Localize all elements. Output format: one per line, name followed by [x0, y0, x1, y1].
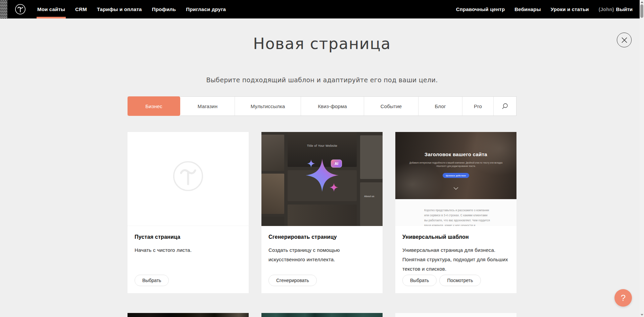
- template-category-tabs: Бизнес Магазин Мультиссылка Квиз-форма С…: [128, 96, 516, 116]
- choose-button[interactable]: Выбрать: [135, 275, 169, 286]
- collage-tile: [261, 217, 284, 226]
- nav-item-profile[interactable]: Профиль: [152, 0, 176, 18]
- logout-link[interactable]: Выйти: [616, 6, 633, 12]
- zigzag-pattern-decoration: [0, 0, 7, 18]
- preview-hero-title: Заголовок вашего сайта: [395, 151, 516, 157]
- scrollbar-down-arrow[interactable]: [641, 314, 643, 316]
- collage-tile: [360, 135, 383, 179]
- ai-sparkle-small-icon: [307, 160, 315, 168]
- nav-item-my-sites[interactable]: Мои сайты: [37, 0, 65, 18]
- nav-item-label: Вебинары: [514, 6, 541, 12]
- tab-search[interactable]: [494, 97, 516, 116]
- nav-item-lessons[interactable]: Уроки и статьи: [551, 0, 589, 18]
- card-body: Пустая страница Начать с чистого листа.: [128, 226, 249, 255]
- nav-item-label: Пригласи друга: [186, 6, 226, 12]
- tab-blog[interactable]: Блог: [418, 97, 462, 116]
- scrollbar-up-arrow[interactable]: [641, 1, 643, 3]
- tab-pro[interactable]: Pro: [462, 97, 494, 116]
- card-title: Пустая страница: [135, 234, 242, 240]
- view-button[interactable]: Посмотреть: [439, 275, 481, 286]
- nav-item-tariffs[interactable]: Тарифы и оплата: [97, 0, 142, 18]
- card-body: Сгенерировать страницу Создать страницу …: [261, 226, 383, 264]
- collage-about-label: About us: [364, 195, 374, 197]
- vertical-scrollbar[interactable]: [640, 0, 644, 317]
- top-navbar: Мои сайты CRM Тарифы и оплата Профиль Пр…: [0, 0, 640, 18]
- next-row-card-preview[interactable]: [395, 313, 516, 317]
- navbar-right-menu: Справочный центр Вебинары Уроки и статьи…: [446, 0, 633, 18]
- preview-cta-button: Целевое действие: [443, 173, 469, 178]
- tab-quiz-form[interactable]: Квиз-форма: [301, 97, 364, 116]
- nav-item-invite-friend[interactable]: Пригласи друга: [186, 0, 226, 18]
- help-button[interactable]: ?: [614, 289, 632, 307]
- generate-button[interactable]: Сгенерировать: [268, 275, 317, 286]
- next-row-card-preview[interactable]: [261, 313, 383, 317]
- user-name: (John): [599, 6, 614, 12]
- nav-item-label: Уроки и статьи: [551, 6, 589, 12]
- tab-label: Блог: [435, 103, 446, 109]
- tab-label: Квиз-форма: [318, 103, 347, 109]
- nav-item-label: Тарифы и оплата: [97, 6, 142, 12]
- scrollbar-thumb[interactable]: [640, 4, 643, 18]
- next-row-card-preview[interactable]: [128, 313, 249, 317]
- tab-label: Событие: [381, 103, 402, 109]
- nav-item-label: Справочный центр: [456, 6, 505, 12]
- card-title: Сгенерировать страницу: [268, 234, 376, 240]
- user-session: (John) Выйти: [599, 0, 633, 18]
- card-body: Универсальный шаблон Универсальная стран…: [395, 226, 516, 273]
- ai-badge: AI: [331, 160, 342, 168]
- nav-item-label: Мои сайты: [37, 6, 65, 12]
- tab-store[interactable]: Магазин: [181, 97, 235, 116]
- card-title: Универсальный шаблон: [402, 234, 509, 240]
- card-buttons: Выбрать: [135, 275, 169, 286]
- ai-sparkle-small-icon: [330, 183, 338, 192]
- card-description: Создать страницу с помощью искусственног…: [268, 245, 376, 264]
- card-description: Начать с чистого листа.: [135, 245, 242, 255]
- collage-tile: [261, 135, 284, 171]
- preview-body-section: Коротко представьтесь и расскажите о ком…: [395, 199, 516, 226]
- nav-item-help-center[interactable]: Справочный центр: [456, 0, 505, 18]
- tab-multilink[interactable]: Мультиссылка: [235, 97, 301, 116]
- navbar-left-menu: Мои сайты CRM Тарифы и оплата Профиль Пр…: [37, 0, 236, 18]
- template-card-universal[interactable]: Заголовок вашего сайта Добавьте интересн…: [395, 132, 516, 293]
- page-subtitle: Выберите подходящий шаблон и адаптируйте…: [0, 76, 644, 84]
- tilda-watermark-icon: [172, 160, 204, 192]
- universal-template-preview: Заголовок вашего сайта Добавьте интересн…: [395, 132, 516, 226]
- choose-button[interactable]: Выбрать: [402, 275, 437, 286]
- tab-business[interactable]: Бизнес: [128, 96, 180, 116]
- tab-label: Магазин: [198, 103, 217, 109]
- collage-tile: [288, 205, 357, 226]
- chevron-down-icon: [453, 187, 458, 190]
- collage-site-title: Title of Your Website: [288, 144, 357, 147]
- tilda-logo-icon[interactable]: [15, 4, 26, 15]
- nav-item-label: Профиль: [152, 6, 176, 12]
- collage-tile: [360, 182, 383, 226]
- tab-label: Бизнес: [145, 103, 162, 109]
- card-buttons: Выбрать Посмотреть: [402, 275, 481, 286]
- preview-hero-subtitle: Добавьте интересные подробности о вашей …: [409, 161, 503, 168]
- card-description: Универсальная страница для бизнеса. Поня…: [402, 245, 509, 273]
- preview-hero: Заголовок вашего сайта Добавьте интересн…: [395, 132, 516, 199]
- blank-page-preview: [128, 132, 249, 226]
- search-icon: [501, 103, 508, 110]
- template-card-blank[interactable]: Пустая страница Начать с чистого листа. …: [128, 132, 249, 293]
- nav-item-label: CRM: [75, 6, 87, 12]
- tab-label: Мультиссылка: [251, 103, 285, 109]
- card-buttons: Сгенерировать: [268, 275, 317, 286]
- page-title: Новая страница: [0, 35, 644, 53]
- preview-body-text: Коротко представьтесь и расскажите о ком…: [424, 208, 491, 226]
- nav-item-webinars[interactable]: Вебинары: [514, 0, 541, 18]
- nav-item-crm[interactable]: CRM: [75, 0, 87, 18]
- template-card-ai-generate[interactable]: Title of Your Website About us: [261, 132, 383, 293]
- tab-label: Pro: [474, 103, 482, 109]
- tab-event[interactable]: Событие: [364, 97, 418, 116]
- ai-collage-preview: Title of Your Website About us: [261, 132, 383, 226]
- collage-tile: [261, 174, 284, 214]
